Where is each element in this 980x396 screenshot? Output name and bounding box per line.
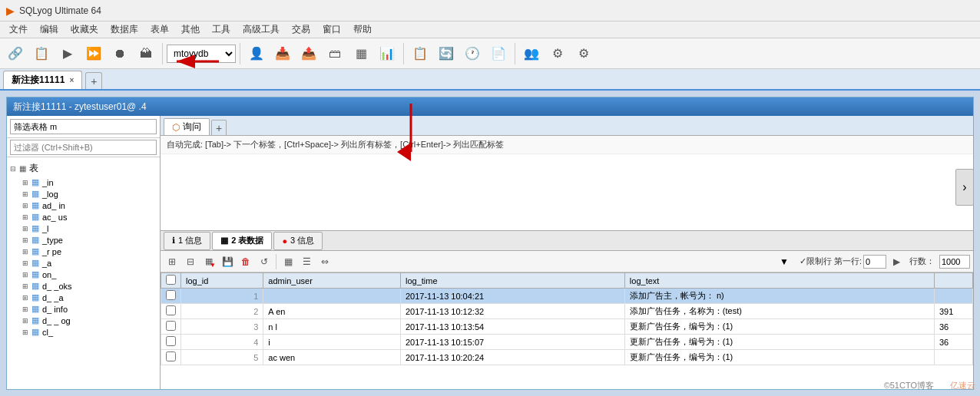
toolbar-settings2-btn[interactable]: ⚙	[571, 41, 596, 66]
toolbar-copy-btn[interactable]: 📄	[486, 41, 511, 66]
scroll-right-btn[interactable]: ›	[955, 169, 974, 206]
database-select[interactable]: mtoyydb	[167, 45, 236, 63]
tree-item-2[interactable]: ⊞ ▦ ad_ in	[7, 200, 160, 211]
menu-other[interactable]: 其他	[175, 21, 206, 38]
toolbar-settings-btn[interactable]: ⚙	[545, 41, 570, 66]
menu-transaction[interactable]: 交易	[286, 21, 316, 38]
tree-item-6[interactable]: ⊞ ▦ _r pe	[7, 246, 160, 257]
result-tab-3[interactable]: ● 3 信息	[273, 232, 323, 250]
result-btn-1[interactable]: ⊞	[164, 253, 180, 270]
tree-item-label-8: on_	[42, 270, 56, 279]
menu-window[interactable]: 窗口	[316, 21, 347, 38]
menu-advanced-tools[interactable]: 高级工具	[237, 21, 286, 38]
toolbar-sep-3	[403, 43, 404, 64]
row-checkbox-3[interactable]	[166, 336, 176, 346]
row-checkbox-2[interactable]	[166, 321, 176, 331]
watermark-yisuyun: 亿速云	[950, 380, 975, 391]
filter-input-area	[7, 138, 160, 157]
tree-item-12[interactable]: ⊞ ▦ d_ _ og	[7, 315, 160, 326]
toolbar-grid-btn[interactable]: ▦	[349, 41, 373, 66]
cell-time-4: 2017-11-13 10:20:24	[400, 350, 624, 365]
window-title-text: 新注接11111 - zytestuser01@ .4	[13, 101, 147, 114]
tree-item-5[interactable]: ⊞ ▦ _type	[7, 234, 160, 246]
app-title: SQLyog Ultimate 64	[19, 5, 101, 16]
menu-edit[interactable]: 编辑	[34, 21, 65, 38]
new-tab-btn[interactable]: +	[85, 72, 102, 89]
result-btn-3[interactable]: ▦ ▼	[200, 253, 217, 270]
tree-item-4[interactable]: ⊞ ▦ _l	[7, 223, 160, 234]
toolbar-import-btn[interactable]: 📥	[270, 41, 295, 66]
tab-close-btn[interactable]: ×	[69, 76, 74, 84]
toolbar-refresh-btn[interactable]: 🔄	[434, 41, 459, 66]
toolbar-schema-btn[interactable]: 🏔	[134, 41, 158, 66]
expand-9: ⊞	[22, 282, 28, 290]
result-btn-2[interactable]: ⊟	[182, 253, 199, 270]
menu-table[interactable]: 表单	[144, 21, 175, 38]
table-icon-0: ▦	[31, 177, 39, 187]
toolbar-table2-btn[interactable]: 📋	[408, 41, 432, 66]
toolbar-forward-btn[interactable]: ⏩	[81, 41, 106, 66]
result-tab-2[interactable]: ▦ 2 表数据	[212, 232, 272, 250]
tree-item-label-7: _a	[42, 259, 51, 268]
tree-item-0[interactable]: ⊞ ▦ _in	[7, 177, 160, 188]
tree-item-3[interactable]: ⊞ ▦ ac_ us	[7, 211, 160, 223]
menu-help[interactable]: 帮助	[347, 21, 378, 38]
toolbar-history-btn[interactable]: 🕐	[460, 41, 485, 66]
cell-text-1: 添加广告任务，名称为：(test)	[624, 304, 934, 319]
toolbar-export-btn[interactable]: 📤	[296, 41, 321, 66]
row-checkbox-1[interactable]	[166, 305, 176, 315]
result-btn-col3[interactable]: ⇔	[316, 253, 333, 270]
query-tab[interactable]: ⬡ 询问	[164, 118, 210, 135]
tree-item-7[interactable]: ⊞ ▦ _a	[7, 257, 160, 269]
table-row[interactable]: 2 A en 2017-11-13 10:12:32 添加广告任务，名称为：(t…	[161, 304, 973, 319]
toolbar-record-btn[interactable]: ⏺	[108, 41, 132, 66]
expand-8: ⊞	[22, 271, 28, 279]
tree-expand-icon[interactable]: ⊟	[10, 165, 16, 173]
result-btn-delete[interactable]: 🗑	[237, 253, 254, 270]
menu-database[interactable]: 数据库	[104, 21, 144, 38]
toolbar-play-btn[interactable]: ▶	[55, 41, 80, 66]
select-all-checkbox[interactable]	[166, 275, 176, 285]
tree-item-11[interactable]: ⊞ ▦ d_ info	[7, 303, 160, 315]
rows-value-input[interactable]	[939, 255, 970, 269]
toolbar-connect-btn[interactable]: 🔗	[3, 41, 28, 66]
toolbar-open-btn[interactable]: 📋	[29, 41, 54, 66]
first-row-input[interactable]	[863, 255, 886, 269]
result-btn-col2[interactable]: ☰	[298, 253, 315, 270]
autocomplete-hint: 自动完成: [Tab]-> 下一个标签，[Ctrl+Space]-> 列出所有标…	[161, 136, 973, 154]
tree-item-label-12: d_ _ og	[42, 316, 71, 325]
query-editor[interactable]	[161, 154, 973, 231]
next-page-btn[interactable]: ▶	[888, 253, 905, 270]
result-tab-1[interactable]: ℹ 1 信息	[164, 232, 210, 250]
table-row[interactable]: 5 ac wen 2017-11-13 10:20:24 更新广告任务，编号为：…	[161, 350, 973, 365]
row-checkbox-0[interactable]	[166, 290, 176, 300]
toolbar-schema2-btn[interactable]: 🗃	[323, 41, 347, 66]
tree-item-label-2: ad_ in	[42, 201, 65, 210]
tree-item-1[interactable]: ⊞ ▦ _log	[7, 188, 160, 200]
tree-item-9[interactable]: ⊞ ▦ d_ _oks	[7, 280, 160, 292]
toolbar-user2-btn[interactable]: 👥	[519, 41, 544, 66]
result-btn-col1[interactable]: ▦	[280, 253, 296, 270]
expand-7: ⊞	[22, 259, 28, 267]
filter-table-input[interactable]	[10, 119, 157, 134]
row-checkbox-4[interactable]	[166, 351, 176, 361]
table-row[interactable]: 1 2017-11-13 10:04:21 添加广告主，帐号为： n)	[161, 289, 973, 304]
result-btn-save[interactable]: 💾	[219, 253, 236, 270]
menu-tools[interactable]: 工具	[206, 21, 237, 38]
table-row[interactable]: 3 n l 2017-11-13 10:13:54 更新广告任务，编号为：(1)…	[161, 319, 973, 335]
table-row[interactable]: 4 i 2017-11-13 10:15:07 更新广告任务，编号为：(1) 3…	[161, 335, 973, 350]
tree-item-8[interactable]: ⊞ ▦ on_	[7, 269, 160, 280]
query-tab-icon: ⬡	[172, 122, 180, 133]
filter-icon: ▼	[780, 256, 789, 267]
new-query-tab-btn[interactable]: +	[211, 120, 227, 135]
tree-item-13[interactable]: ⊞ ▦ cl_	[7, 326, 160, 338]
tree-item-10[interactable]: ⊞ ▦ d_ _a	[7, 292, 160, 303]
filter-input-field[interactable]	[10, 140, 157, 155]
menu-favorites[interactable]: 收藏夹	[65, 21, 104, 38]
main-tab[interactable]: 新注接11111 ×	[3, 71, 82, 89]
data-table-container[interactable]: log_id admin_user log_time log_text	[161, 272, 973, 389]
toolbar-chart-btn[interactable]: 📊	[375, 41, 399, 66]
toolbar-user-btn[interactable]: 👤	[244, 41, 269, 66]
result-btn-reload[interactable]: ↺	[256, 253, 273, 270]
menu-file[interactable]: 文件	[3, 21, 34, 38]
